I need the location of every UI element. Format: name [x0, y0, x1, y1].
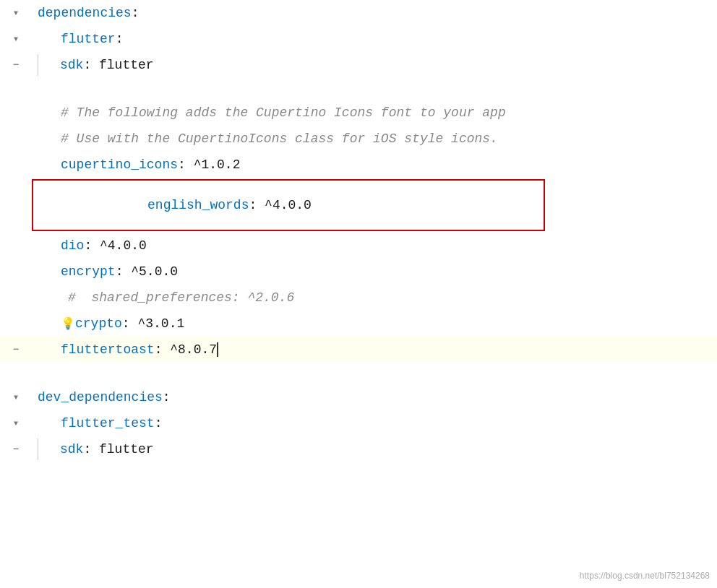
comment-shared-prefs: # shared_preferences: ^2.0.6	[68, 290, 294, 305]
fold-icon-2[interactable]	[10, 33, 22, 45]
editor-container: dependencies: flutter: sdk: flutter	[0, 0, 717, 588]
line-content-12: # shared_preferences: ^2.0.6	[32, 290, 717, 305]
line-encrypt: encrypt: ^5.0.0	[0, 259, 717, 285]
key-cupertino-icons: cupertino_icons	[61, 157, 178, 172]
indent-bar-19	[38, 438, 38, 460]
key-crypto: crypto	[75, 316, 122, 331]
fold-icon-1[interactable]	[10, 7, 22, 19]
gutter-3[interactable]	[0, 59, 32, 71]
key-dev-dependencies: dev_dependencies	[38, 390, 163, 405]
key-encrypt: encrypt	[61, 264, 116, 279]
line-shared-prefs: # shared_preferences: ^2.0.6	[0, 285, 717, 311]
fold-icon-3[interactable]	[10, 59, 22, 71]
key-sdk-2: sdk	[60, 442, 83, 457]
line-content-17: dev_dependencies:	[32, 390, 717, 405]
indent-bar-3	[38, 54, 38, 76]
line-crypto: 💡crypto: ^3.0.1	[0, 311, 717, 337]
gutter-2[interactable]	[0, 33, 32, 45]
line-content-2: flutter:	[32, 32, 717, 46]
line-dev-dependencies: dev_dependencies:	[0, 384, 717, 410]
key-sdk-1: sdk	[60, 58, 83, 72]
fold-icon-18[interactable]	[10, 418, 22, 429]
text-cursor	[217, 342, 218, 357]
key-english-words: english_words	[147, 198, 249, 212]
spacer-2	[0, 363, 717, 384]
highlighted-box-english-words: english_words: ^4.0.0	[32, 179, 545, 231]
line-content-9: english_words: ^4.0.0	[32, 179, 717, 231]
line-flutter-test: flutter_test:	[0, 410, 717, 436]
line-comment-2: # Use with the CupertinoIcons class for …	[0, 126, 717, 152]
line-content-18: flutter_test:	[32, 416, 717, 431]
comment-2: # Use with the CupertinoIcons class for …	[61, 131, 498, 146]
line-dio: dio: ^4.0.0	[0, 233, 717, 259]
line-content-11: encrypt: ^5.0.0	[32, 264, 717, 279]
gutter-18[interactable]	[0, 418, 32, 429]
line-content-1: dependencies:	[32, 6, 717, 20]
line-content-13: 💡crypto: ^3.0.1	[32, 316, 717, 331]
spacer-1	[0, 78, 717, 100]
lightbulb-icon: 💡	[61, 316, 75, 331]
watermark: https://blog.csdn.net/bl752134268	[580, 571, 710, 581]
gutter-19[interactable]	[0, 444, 32, 455]
fold-icon-14[interactable]	[10, 344, 22, 355]
line-sdk-flutter-2: sdk: flutter	[0, 436, 717, 462]
line-flutter: flutter:	[0, 26, 717, 52]
line-content-3: sdk: flutter	[32, 54, 717, 76]
fold-icon-17[interactable]	[10, 392, 22, 403]
line-content-6: # The following adds the Cupertino Icons…	[32, 105, 717, 120]
line-dependencies: dependencies:	[0, 0, 717, 26]
line-content-10: dio: ^4.0.0	[32, 238, 717, 253]
line-content-14: fluttertoast: ^8.0.7	[32, 342, 717, 357]
gutter-17[interactable]	[0, 392, 32, 403]
colon-1: :	[132, 6, 139, 20]
gutter-1[interactable]	[0, 7, 32, 19]
line-content-7: # Use with the CupertinoIcons class for …	[32, 131, 717, 146]
gutter-14[interactable]	[0, 344, 32, 355]
code-area: dependencies: flutter: sdk: flutter	[0, 0, 717, 462]
key-dio: dio	[61, 238, 84, 253]
key-fluttertoast: fluttertoast	[61, 342, 155, 357]
line-content-8: cupertino_icons: ^1.0.2	[32, 157, 717, 172]
line-comment-1: # The following adds the Cupertino Icons…	[0, 100, 717, 126]
line-sdk-flutter: sdk: flutter	[0, 52, 717, 78]
fold-icon-19[interactable]	[10, 444, 22, 455]
line-fluttertoast: fluttertoast: ^8.0.7	[0, 337, 717, 363]
key-dependencies: dependencies	[38, 6, 132, 20]
key-flutter: flutter	[61, 32, 116, 46]
line-english-words: english_words: ^4.0.0	[0, 178, 717, 233]
line-cupertino-icons: cupertino_icons: ^1.0.2	[0, 152, 717, 178]
line-content-19: sdk: flutter	[32, 438, 717, 460]
key-flutter-test: flutter_test	[61, 416, 155, 431]
comment-1: # The following adds the Cupertino Icons…	[61, 105, 506, 120]
